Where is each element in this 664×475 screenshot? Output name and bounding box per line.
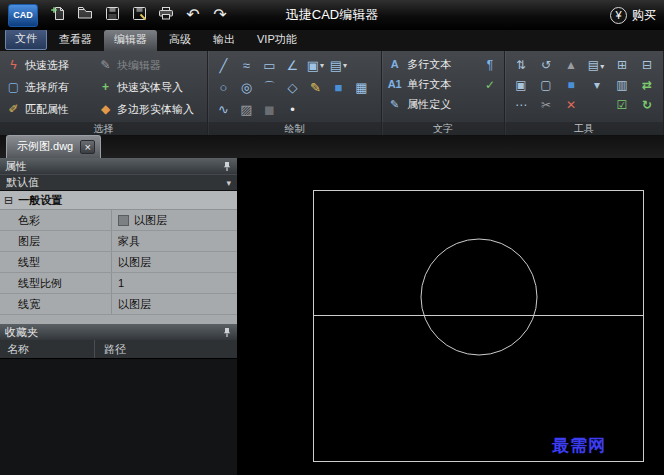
clipboard-icon[interactable]: ▢	[537, 79, 555, 91]
document-tab[interactable]: 示例图.dwg ×	[6, 135, 101, 158]
refresh-icon[interactable]: ↻	[638, 99, 656, 111]
favorites-panel-header: 收藏夹	[0, 324, 237, 340]
rectangle-icon[interactable]: ▭	[258, 55, 281, 76]
drawing-canvas[interactable]: 最需网	[238, 158, 664, 475]
table-icon[interactable]: ▦	[350, 77, 373, 98]
block-editor-label: 块编辑器	[117, 58, 161, 73]
tab-advanced[interactable]: 高级	[159, 30, 201, 51]
tab-editor[interactable]: 编辑器	[104, 30, 157, 51]
select-all-button[interactable]: ▢ 选择所有	[4, 76, 90, 98]
property-value[interactable]: 家具	[112, 231, 237, 251]
buy-button[interactable]: ¥ 购买	[610, 7, 656, 24]
properties-panel-header: 属性	[0, 158, 237, 174]
group-label-selection: 选择	[0, 122, 207, 135]
copy-entity-icon[interactable]: ▣▾	[304, 55, 327, 76]
property-value[interactable]: 以图层	[112, 210, 237, 230]
property-value[interactable]: 以图层	[112, 252, 237, 272]
sketch-icon[interactable]: ✎	[304, 77, 327, 98]
spline-icon[interactable]: ∿	[212, 99, 235, 120]
solid-fill-icon[interactable]: ■	[327, 77, 350, 98]
tile-windows-icon[interactable]: ⊞	[613, 59, 631, 71]
save-as-button[interactable]	[127, 4, 151, 26]
save-button[interactable]	[100, 4, 124, 26]
explode-icon[interactable]: ▣	[512, 79, 530, 91]
quick-entity-import-label: 快速实体导入	[117, 80, 183, 95]
tab-vip[interactable]: VIP功能	[247, 30, 307, 51]
tools-dropdown-caret[interactable]: ▾	[588, 79, 606, 91]
block-insert-icon[interactable]: ▤▾	[327, 55, 350, 76]
revcloud-icon[interactable]: ≈	[235, 55, 258, 76]
checklist-icon[interactable]: ☑	[613, 99, 631, 111]
single-text-button[interactable]: A1 单行文本 ✓	[386, 75, 500, 94]
cad-logo-text: CAD	[13, 10, 33, 20]
match-properties-icon: ✐	[6, 103, 21, 115]
snap-icon[interactable]: ▲	[562, 59, 580, 71]
rotate-icon[interactable]: ↺	[537, 59, 555, 71]
group-label-text: 文字	[382, 122, 504, 135]
tab-output[interactable]: 输出	[203, 30, 245, 51]
ellipse-icon[interactable]: ◎	[235, 77, 258, 98]
quick-select-button[interactable]: ϟ 快速选择	[4, 54, 90, 76]
quick-select-label: 快速选择	[25, 58, 69, 73]
open-file-button[interactable]	[73, 4, 97, 26]
match-properties-button[interactable]: ✐ 匹配属性	[4, 98, 90, 120]
hatch-icon[interactable]: ▨	[235, 99, 258, 120]
drawing-circle	[421, 239, 537, 355]
property-value[interactable]: 以图层	[112, 294, 237, 314]
delete-icon[interactable]: ✕	[562, 99, 580, 111]
polyline-icon[interactable]: ∠	[281, 55, 304, 76]
layers-dropdown[interactable]: ▤▾	[587, 59, 605, 71]
color-swatch	[118, 215, 129, 226]
property-row-layer: 图层 家具	[0, 231, 237, 252]
paragraph-icon[interactable]: ¶	[480, 59, 500, 71]
tab-file[interactable]: 文件	[5, 29, 47, 50]
print-button[interactable]	[154, 4, 178, 26]
pin-icon[interactable]	[222, 327, 232, 338]
single-text-label: 单行文本	[407, 77, 451, 92]
column-header-path[interactable]: 路径	[95, 340, 237, 358]
main-area: 属性 默认值 ▾ ⊟ 一般设置 色彩 以图层 图层	[0, 158, 664, 475]
more-tools-icon[interactable]: ⋯	[512, 99, 530, 111]
close-icon[interactable]: ×	[80, 140, 95, 154]
pin-icon[interactable]	[222, 161, 232, 172]
preset-dropdown[interactable]: 默认值 ▾	[0, 174, 237, 191]
arc-icon[interactable]: ⌒	[258, 77, 281, 98]
collapse-icon[interactable]: ⊟	[4, 195, 13, 206]
tab-viewer[interactable]: 查看器	[49, 30, 102, 51]
redo-button[interactable]: ↷	[208, 4, 232, 26]
circle-icon[interactable]: ○	[212, 77, 235, 98]
spellcheck-icon[interactable]: ✓	[480, 79, 500, 91]
attribute-define-button[interactable]: ✎ 属性定义	[386, 95, 500, 114]
column-header-name[interactable]: 名称	[0, 340, 95, 358]
document-tab-bar: 示例图.dwg ×	[0, 135, 664, 158]
swap-icon[interactable]: ⇄	[638, 79, 656, 91]
mtext-button[interactable]: A 多行文本 ¶	[386, 55, 500, 74]
measure-icon[interactable]: ⇅	[512, 59, 530, 71]
undo-button[interactable]: ↶	[181, 4, 205, 26]
favorites-list[interactable]	[0, 359, 237, 475]
general-settings-section[interactable]: ⊟ 一般设置	[0, 191, 237, 210]
mtext-icon: A	[386, 59, 403, 70]
ribbon-group-tools: ⇅ ↺ ▲ ▤▾ ⊞ ⊟ ▣ ▢ ■ ▾ ▥ ⇄	[505, 51, 664, 135]
new-file-button[interactable]	[46, 4, 70, 26]
point-icon[interactable]: •	[281, 99, 304, 120]
cascade-windows-icon[interactable]: ⊟	[638, 59, 656, 71]
solid-region-icon[interactable]: ◼	[258, 99, 281, 120]
cad-logo[interactable]: CAD	[8, 4, 38, 27]
polygon-entity-input-button[interactable]: ◆ 多边形实体输入	[96, 98, 203, 120]
ribbon-tab-row: 文件 查看器 编辑器 高级 输出 VIP功能	[0, 30, 664, 51]
property-value[interactable]: 1	[112, 273, 237, 293]
line-icon[interactable]: ╱	[212, 55, 235, 76]
block-tool-icon[interactable]: ■	[562, 79, 580, 91]
group-label-tools: 工具	[505, 122, 663, 135]
single-text-icon: A1	[386, 79, 403, 90]
rotated-rect-icon[interactable]: ◇	[281, 77, 304, 98]
panel-icon[interactable]: ▥	[613, 79, 631, 91]
cut-icon[interactable]: ✂	[537, 99, 555, 111]
quick-entity-import-button[interactable]: + 快速实体导入	[96, 76, 203, 98]
quick-select-icon: ϟ	[6, 59, 21, 71]
block-editor-button[interactable]: ✎ 块编辑器	[96, 54, 203, 76]
ribbon-group-selection: ϟ 快速选择 ▢ 选择所有 ✐ 匹配属性 ✎ 块编辑器 + 快速实体导入	[0, 51, 208, 135]
document-tab-label: 示例图.dwg	[17, 139, 73, 154]
left-panel: 属性 默认值 ▾ ⊟ 一般设置 色彩 以图层 图层	[0, 158, 238, 475]
